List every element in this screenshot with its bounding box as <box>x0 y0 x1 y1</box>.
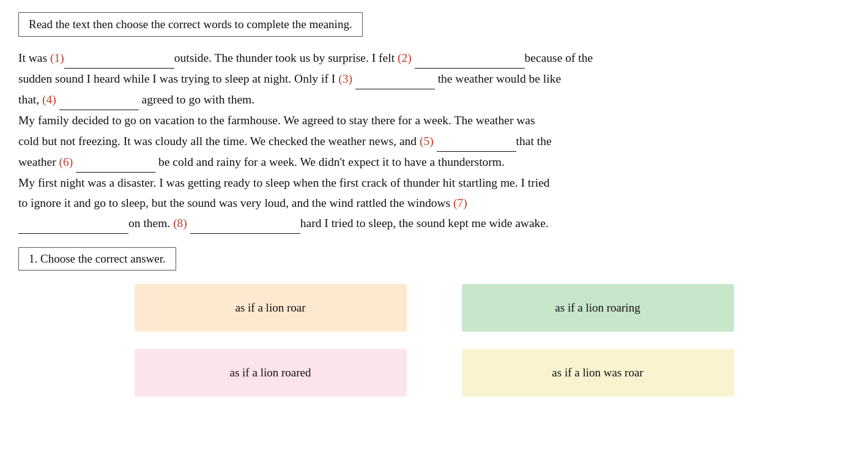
blank-2 <box>415 48 525 69</box>
blank-6 <box>76 152 155 173</box>
num-4: (4) <box>42 93 56 106</box>
option-a-text: as if a lion roar <box>235 301 305 314</box>
blank-7 <box>18 213 128 234</box>
option-b-text: as if a lion roaring <box>555 301 640 314</box>
option-b[interactable]: as if a lion roaring <box>462 284 734 332</box>
passage: It was (1) outside. The thunder took us … <box>18 48 850 234</box>
num-8: (8) <box>173 217 187 230</box>
option-c-text: as if a lion roared <box>230 366 311 379</box>
num-1: (1) <box>50 51 64 64</box>
blank-3 <box>355 69 435 89</box>
num-2: (2) <box>398 51 412 64</box>
instruction-box: Read the text then choose the correct wo… <box>18 12 363 37</box>
passage-p3: My first night was a disaster. I was get… <box>18 176 550 230</box>
section-label-box: 1. Choose the correct answer. <box>18 247 176 271</box>
blank-4 <box>59 89 139 110</box>
option-c[interactable]: as if a lion roared <box>135 349 407 397</box>
option-a[interactable]: as if a lion roar <box>135 284 407 332</box>
option-d[interactable]: as if a lion was roar <box>462 349 734 397</box>
option-d-text: as if a lion was roar <box>552 366 643 379</box>
passage-p1-start: It was (1) outside. The thunder took us … <box>18 51 593 106</box>
blank-5 <box>437 131 516 152</box>
blank-1 <box>64 48 174 69</box>
num-6: (6) <box>59 155 73 168</box>
passage-p2: My family decided to go on vacation to t… <box>18 114 552 168</box>
answer-grid: as if a lion roar as if a lion roaring a… <box>98 284 771 397</box>
blank-8 <box>190 213 300 234</box>
num-3: (3) <box>338 72 352 85</box>
section-label-text: 1. Choose the correct answer. <box>29 252 166 265</box>
num-5: (5) <box>420 135 434 148</box>
num-7: (7) <box>453 196 467 209</box>
instruction-text: Read the text then choose the correct wo… <box>29 18 352 31</box>
